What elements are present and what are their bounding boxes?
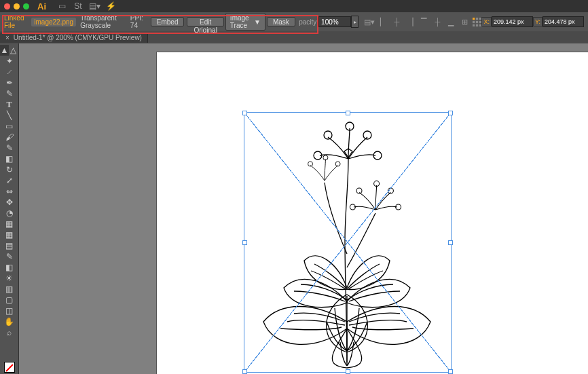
free-transform-tool[interactable]: ✥ [1, 197, 17, 208]
top-menu-bar: Ai ▭ St ▤▾ ⚡ [0, 0, 588, 12]
filename-label: image22.png [31, 18, 76, 26]
hand-tool[interactable]: ✋ [1, 316, 17, 327]
mesh-tool[interactable]: ▦ [1, 229, 17, 240]
stock-icon[interactable]: St [73, 1, 83, 11]
column-graph-tool[interactable]: ▥ [1, 284, 17, 295]
gradient-tool[interactable]: ▤ [1, 240, 17, 251]
pen-tool[interactable]: ✒ [1, 77, 17, 88]
paintbrush-tool[interactable]: 🖌 [1, 132, 17, 143]
close-window-button[interactable] [4, 3, 10, 10]
align-left-icon[interactable]: ▏ [378, 16, 388, 27]
lasso-tool[interactable]: ⟋ [1, 67, 17, 77]
opacity-label: pacity: [299, 18, 318, 26]
opacity-input[interactable] [318, 16, 351, 27]
embed-button[interactable]: Embed [151, 17, 185, 26]
canvas-area[interactable] [19, 43, 588, 374]
width-tool[interactable]: ⇔ [1, 186, 17, 197]
svg-point-10 [363, 131, 371, 139]
image-trace-dropdown[interactable]: Image Trace ▼ [225, 13, 265, 31]
main-area: ▲ △ ✦ ⟋ ✒ ✎ T ╲ ▭ 🖌 ✎ ◧ ↻ ⤢ ⇔ ✥ ◔ ▦ ▦ ▤ … [0, 43, 588, 374]
perspective-tool[interactable]: ▦ [1, 219, 17, 229]
shape-builder-tool[interactable]: ◔ [1, 208, 17, 219]
svg-rect-7 [476, 24, 478, 26]
blend-tool[interactable]: ◧ [1, 262, 17, 273]
svg-point-9 [324, 131, 332, 139]
artboard-tool[interactable]: ▢ [1, 295, 17, 305]
align-top-icon[interactable]: ▔ [418, 16, 429, 27]
placed-image[interactable] [246, 118, 447, 369]
x-label: X: [481, 17, 492, 26]
ppi-label: PPI: 74 [130, 14, 145, 29]
svg-rect-0 [473, 18, 475, 20]
mask-button[interactable]: Mask [267, 17, 295, 26]
symbol-sprayer-tool[interactable]: ☀ [1, 273, 17, 284]
fill-color-swatch[interactable] [4, 362, 15, 373]
zoom-tool[interactable]: ⌕ [1, 327, 17, 338]
align-icons: ▤▾ ▏ ┼ ▕ ▔ ┼ ▁ ⊞ [364, 16, 481, 27]
svg-rect-1 [476, 18, 478, 20]
pencil-tool[interactable]: ✎ [1, 143, 17, 153]
y-coord-group: Y: [533, 16, 584, 27]
document-tab-bar: × Untitled-1* @ 200% (CMYK/GPU Preview) [0, 31, 588, 43]
curvature-tool[interactable]: ✎ [1, 88, 17, 99]
y-input[interactable] [543, 16, 584, 27]
opacity-dropdown[interactable]: ▸ [351, 16, 359, 28]
chevron-down-icon: ▼ [254, 18, 261, 26]
svg-rect-6 [473, 24, 475, 26]
document-tab[interactable]: × Untitled-1* @ 200% (CMYK/GPU Preview) [0, 33, 148, 43]
svg-rect-3 [473, 20, 475, 22]
colorspace-label: Transparent Grayscale [80, 14, 126, 29]
line-tool[interactable]: ╲ [1, 110, 17, 121]
topbar-icons: ▭ St ▤▾ ⚡ [57, 1, 115, 11]
minimize-window-button[interactable] [14, 3, 20, 10]
align-bottom-icon[interactable]: ▁ [445, 16, 456, 27]
rotate-tool[interactable]: ↻ [1, 164, 17, 175]
rectangle-tool[interactable]: ▭ [1, 121, 17, 132]
align-hcenter-icon[interactable]: ┼ [391, 16, 402, 27]
slice-tool[interactable]: ◫ [1, 305, 17, 316]
direct-selection-tool[interactable]: △ [9, 45, 18, 56]
gpu-icon[interactable]: ⚡ [106, 1, 115, 11]
linked-file-label[interactable]: Linked File [4, 14, 26, 29]
type-tool[interactable]: T [1, 99, 17, 110]
maximize-window-button[interactable] [23, 3, 29, 10]
tab-title: Untitled-1* @ 200% (CMYK/GPU Preview) [14, 34, 142, 41]
image-trace-label: Image Trace [230, 14, 253, 29]
selection-tool[interactable]: ▲ [0, 45, 9, 56]
window-controls [4, 3, 29, 10]
app-logo: Ai [37, 1, 46, 12]
bridge-icon[interactable]: ▭ [57, 1, 67, 11]
eyedropper-tool[interactable]: ✎ [1, 251, 17, 262]
y-label: Y: [533, 17, 543, 26]
align-menu-icon[interactable]: ▤▾ [364, 16, 375, 27]
align-vcenter-icon[interactable]: ┼ [432, 16, 443, 27]
control-bar: Linked File image22.png Transparent Gray… [0, 12, 588, 31]
magic-wand-tool[interactable]: ✦ [1, 56, 17, 67]
svg-rect-4 [476, 20, 478, 22]
arrange-icon[interactable]: ▤▾ [90, 1, 99, 11]
reference-point-icon[interactable] [473, 18, 481, 26]
eraser-tool[interactable]: ◧ [1, 153, 17, 164]
x-input[interactable] [492, 16, 533, 27]
edit-original-button[interactable]: Edit Original [187, 17, 223, 26]
scale-tool[interactable]: ⤢ [1, 175, 17, 186]
tools-panel: ▲ △ ✦ ⟋ ✒ ✎ T ╲ ▭ 🖌 ✎ ◧ ↻ ⤢ ⇔ ✥ ◔ ▦ ▦ ▤ … [0, 43, 19, 374]
transform-icon[interactable]: ⊞ [459, 16, 470, 27]
align-right-icon[interactable]: ▕ [405, 16, 416, 27]
tab-close-icon[interactable]: × [5, 34, 10, 41]
x-coord-group: X: [481, 16, 533, 27]
